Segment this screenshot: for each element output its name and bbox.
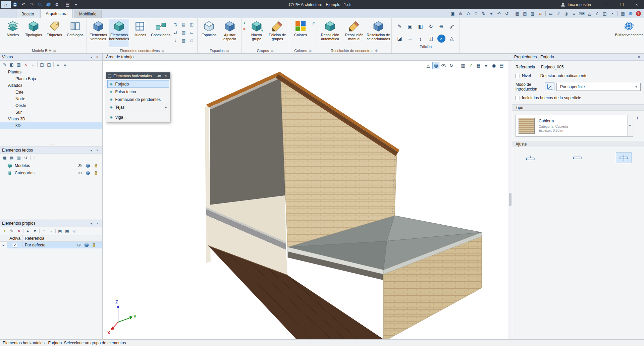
table-row-por-defecto[interactable]: ▸ ✓ Por defecto — [0, 242, 102, 248]
tree-node-3d[interactable]: 3D — [0, 122, 102, 129]
settings-button[interactable]: ⚙ — [53, 1, 61, 8]
palette-item-tejas[interactable]: ◈ Tejas ▸ — [107, 103, 169, 111]
collapse-all-icon[interactable]: ▤ — [8, 155, 15, 161]
collapse-panel-icon[interactable]: ▾ — [88, 55, 94, 59]
close-panel-icon[interactable]: × — [94, 55, 100, 59]
tree-node-categorias[interactable]: Categorías — [0, 169, 102, 177]
numbering-icon[interactable]: ▥ — [529, 10, 536, 17]
view-book-icon[interactable]: ≡ — [55, 61, 61, 68]
undo-button[interactable]: ↶ — [19, 1, 28, 8]
bimserver-icon[interactable] — [627, 10, 634, 17]
add-group-icon[interactable]: + — [243, 21, 246, 25]
add-element-icon[interactable]: + — [1, 228, 8, 234]
view-book2-icon[interactable]: ≡ — [62, 61, 68, 68]
dialog-launcher-icon[interactable]: ▤ — [309, 49, 312, 52]
detail-view-icon[interactable]: ▦ — [64, 228, 70, 234]
close-panel-icon[interactable]: × — [636, 55, 642, 59]
deselect-tool-icon[interactable]: × — [437, 35, 445, 43]
angle-icon[interactable]: ∠ — [593, 10, 601, 17]
minimize-button[interactable]: — — [600, 0, 614, 9]
stretch-icon[interactable]: ↕ — [172, 37, 179, 44]
grid-view-icon[interactable]: ▤ — [57, 228, 63, 234]
rename-icon[interactable]: a² — [447, 21, 456, 32]
perspective-icon[interactable]: △ — [425, 62, 432, 69]
cype-logo-icon[interactable]: n — [537, 10, 544, 17]
redo-button[interactable]: ↷ — [28, 1, 36, 8]
signin-button[interactable]: Iniciar sesión — [560, 2, 591, 7]
offset-icon[interactable]: ↕ — [416, 34, 425, 44]
restore-button[interactable]: ❐ — [614, 0, 629, 9]
resolucion-automatica-button[interactable]: Resolución automática — [318, 19, 342, 47]
box-icon[interactable]: □ — [188, 37, 195, 44]
niveles-button[interactable]: Niveles — [3, 19, 23, 47]
nuevo-grupo-button[interactable]: + Nuevo grupo — [247, 19, 267, 47]
expand-all-icon[interactable]: ▦ — [1, 155, 8, 161]
modo-select[interactable]: Por superficie ▾ — [556, 83, 641, 91]
tables-icon[interactable]: ▦ — [475, 62, 482, 69]
collapse-rows-icon[interactable]: ↕ — [41, 228, 47, 234]
info-icon[interactable]: i — [32, 155, 38, 161]
group-by-icon[interactable]: ▥ — [15, 155, 22, 161]
tree-node-norte[interactable]: Norte — [0, 96, 102, 102]
app-icon[interactable]: ⌂ — [1, 1, 11, 8]
rotate-icon[interactable]: ↻ — [426, 21, 435, 32]
modo-axis-button[interactable] — [545, 82, 554, 91]
move-icon[interactable]: ↔ — [406, 34, 415, 44]
visibility2-icon[interactable]: ◉ — [490, 62, 497, 69]
search-button[interactable] — [36, 1, 44, 8]
measure-icon[interactable]: △ — [447, 34, 456, 44]
dimensions-icon[interactable]: △ — [586, 10, 593, 17]
close-panel-icon[interactable]: × — [94, 222, 100, 225]
delete-element-icon[interactable]: × — [15, 228, 22, 234]
close-palette-icon[interactable]: × — [163, 74, 168, 78]
edicion-grupos-button[interactable]: Edición de grupos — [267, 19, 287, 47]
align-horizontal-icon[interactable]: ⇄ — [172, 29, 179, 36]
duplicate-view-icon[interactable]: ▥ — [15, 61, 22, 68]
tree-node-oeste[interactable]: Oeste — [0, 102, 102, 109]
dialog-launcher-icon[interactable]: ▤ — [53, 49, 56, 52]
orbit-view-icon[interactable]: ↻ — [448, 62, 455, 69]
viewport-scrollbar[interactable] — [508, 61, 512, 339]
customize-toolbar-button[interactable]: ▾ — [72, 1, 80, 8]
palette-item-formacion-pendientes[interactable]: ◈ Formación de pendientes — [107, 96, 169, 103]
ajuste-centro-button[interactable] — [569, 153, 585, 163]
pan-icon[interactable]: + — [488, 10, 495, 17]
bim-sync-button[interactable] — [44, 1, 53, 8]
ajuste-inferior-button[interactable] — [616, 153, 632, 163]
view-group-icon[interactable]: ◫ — [39, 61, 45, 68]
conexiones-button[interactable]: Conexiones — [151, 19, 171, 47]
move-down-icon[interactable]: ▼ — [32, 228, 38, 234]
previous-view-icon[interactable]: ↶ — [495, 10, 503, 17]
visibility-icon[interactable] — [77, 163, 83, 168]
zoom-window-icon[interactable]: ▣ — [449, 10, 457, 17]
zoom-out-icon[interactable]: ⊖ — [465, 10, 472, 17]
palette-item-forjado[interactable]: ◈ Forjado — [107, 80, 169, 88]
order-view-icon[interactable]: ↕ — [30, 61, 36, 68]
palette-item-falso-techo[interactable]: ◈ Falso techo — [107, 88, 169, 96]
panel-splitter[interactable]: ···· — [0, 216, 102, 220]
tree-node-vistas-3d[interactable]: Vistas 3D — [0, 116, 102, 122]
delete-view-icon[interactable]: × — [22, 61, 29, 68]
resolucion-seleccionados-button[interactable]: Resolución de seleccionados — [367, 19, 390, 47]
zoom-in-icon[interactable]: ⊕ — [457, 10, 464, 17]
zoom-plus-icon[interactable]: ⊕ — [437, 21, 446, 32]
close-panel-icon[interactable]: × — [94, 149, 100, 152]
copy-icon[interactable]: ▣ — [406, 21, 415, 32]
apply-color-icon[interactable]: ↗ — [312, 21, 315, 25]
nivel-checkbox[interactable] — [516, 74, 520, 78]
resolucion-manual-button[interactable]: Resolución manual — [342, 19, 366, 47]
lock-icon[interactable] — [93, 170, 99, 176]
tree-node-planta-baja[interactable]: Planta Baja — [0, 75, 102, 82]
rulers-icon[interactable]: ≡ — [570, 10, 578, 17]
close-tool-icon[interactable]: × — [609, 10, 616, 17]
snap-icon[interactable]: ◎ — [562, 10, 570, 17]
table-edit-icon[interactable]: ▦ — [514, 10, 521, 17]
panel-splitter[interactable]: ···· — [0, 142, 102, 147]
ajuste-superior-button[interactable] — [522, 153, 538, 163]
lock-icon[interactable] — [93, 163, 99, 168]
espacios-button[interactable]: Espacios — [199, 19, 219, 47]
tab-boceto[interactable]: Boceto — [16, 10, 39, 18]
tab-arquitectura[interactable]: Arquitectura — [40, 9, 73, 18]
tree-node-plantas[interactable]: Plantas — [0, 69, 102, 75]
solid-view-icon[interactable] — [84, 242, 90, 248]
